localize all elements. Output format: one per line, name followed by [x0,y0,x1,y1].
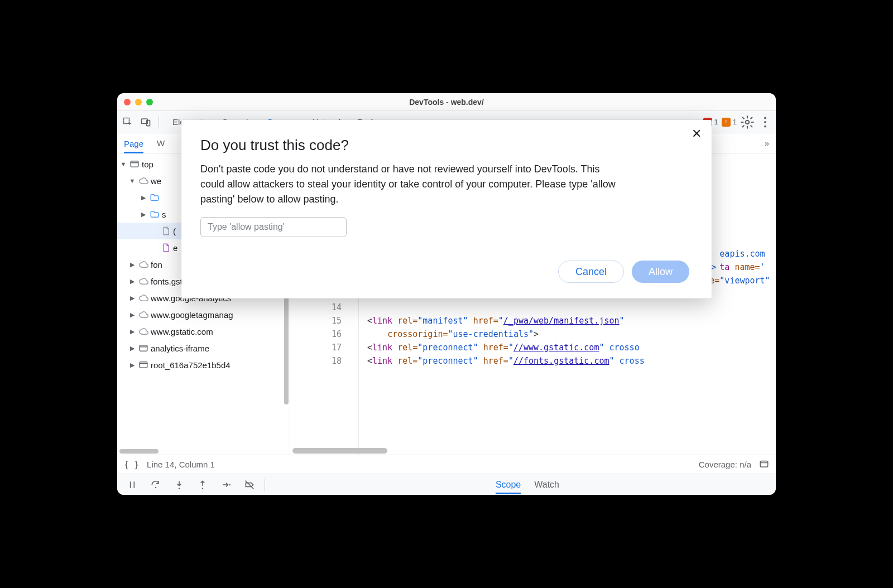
navigator-tab-workspace[interactable]: W [157,138,165,148]
inspect-element-icon[interactable] [121,115,135,129]
disclosure-triangle-icon[interactable]: ▼ [128,177,136,184]
trust-code-dialog: ✕ Do you trust this code? Don't paste co… [181,120,712,298]
disclosure-triangle-icon[interactable]: ▶ [128,278,136,285]
disclosure-triangle-icon[interactable]: ▼ [119,161,127,167]
tree-label: fon [151,260,162,269]
sidebar-horizontal-scrollbar[interactable] [119,449,159,454]
tree-label: www.googletagmanag [151,310,233,320]
code-line [352,301,776,314]
titlebar: DevTools - web.dev/ [117,93,776,111]
svg-rect-8 [140,345,147,351]
cancel-button[interactable]: Cancel [558,261,624,283]
cursor-position: Line 14, Column 1 [147,460,215,469]
tree-row[interactable]: ▶root_616a752e1b5d4 [117,356,290,373]
cloud-icon [138,293,148,303]
line-number: 14 [332,301,342,314]
settings-icon[interactable] [740,115,755,129]
editor-horizontal-scrollbar[interactable] [292,448,387,454]
cloud-icon [138,259,148,269]
line-number: 15 [332,314,342,327]
svg-rect-0 [124,118,129,123]
editor-status-bar: { } Line 14, Column 1 Coverage: n/a [117,455,776,474]
tree-label: analytics-iframe [151,344,209,353]
cloud-icon [138,176,148,186]
close-icon[interactable]: ✕ [692,128,702,140]
pause-button[interactable] [122,476,143,493]
separator [265,479,265,491]
line-number: 18 [332,354,342,368]
cloud-icon [138,326,148,336]
svg-point-13 [202,488,204,489]
scope-tabs: Scope Watch [496,480,771,490]
svg-rect-10 [760,461,768,467]
tab-watch[interactable]: Watch [534,480,559,490]
devtools-window: DevTools - web.dev/ Elements Console Sou… [117,93,776,495]
disclosure-triangle-icon[interactable]: ▶ [128,345,136,352]
cloud-icon [138,276,148,286]
window-icon [138,343,148,353]
tree-label: ( [173,226,176,236]
doc-purple-icon [161,243,171,253]
svg-point-11 [155,486,157,488]
error-count: 1 [714,118,718,126]
svg-rect-7 [131,161,138,167]
disclosure-triangle-icon[interactable]: ▶ [128,295,136,302]
navigator-overflow-icon[interactable]: » [765,138,769,148]
code-line: <link rel="preconnect" href="//www.gstat… [352,341,776,354]
coverage-indicator: Coverage: n/a [699,460,751,469]
tree-row[interactable]: ▶www.gstatic.com [117,323,290,340]
step-into-button[interactable] [169,476,190,493]
tree-row[interactable]: ▶analytics-iframe [117,340,290,356]
allow-pasting-input[interactable] [200,217,347,237]
folder-blue-icon [150,192,160,203]
svg-point-12 [179,488,180,489]
separator [159,116,159,128]
window-icon [138,360,148,370]
code-line: <link rel="manifest" href="/_pwa/web/man… [352,314,776,327]
tree-label: s [162,210,166,219]
tree-label: we [151,176,161,186]
doc-icon [161,226,171,236]
line-number: 17 [332,341,342,354]
window-title: DevTools - web.dev/ [117,98,776,107]
disclosure-triangle-icon[interactable]: ▶ [128,261,136,268]
svg-point-4 [764,117,766,119]
disclosure-triangle-icon[interactable]: ▶ [140,211,147,218]
dialog-title: Do you trust this code? [200,137,689,154]
allow-button[interactable]: Allow [632,261,689,283]
disclosure-triangle-icon[interactable]: ▶ [128,362,136,369]
code-line: <link rel="preconnect" href="//fonts.gst… [352,354,776,368]
debugger-toolbar: Scope Watch [117,474,776,495]
dialog-body: Don't paste code you do not understand o… [200,162,625,207]
line-number: 16 [332,327,342,341]
sidebar-toggle-icon[interactable] [759,459,769,470]
step-button[interactable] [215,476,237,493]
svg-rect-9 [140,362,147,368]
step-out-button[interactable] [192,476,213,493]
tab-scope[interactable]: Scope [496,480,521,494]
disclosure-triangle-icon[interactable]: ▶ [128,328,136,335]
device-toolbar-icon[interactable] [138,115,153,129]
deactivate-breakpoints-button[interactable] [239,476,260,493]
tree-label: e [173,243,177,253]
tree-label: root_616a752e1b5d4 [151,360,231,370]
pretty-print-icon[interactable]: { } [124,460,139,470]
warning-badge[interactable]: ! 1 [722,118,737,127]
svg-point-3 [746,120,750,124]
cloud-icon [138,310,148,320]
tree-row[interactable]: ▶www.googletagmanag [117,306,290,323]
warning-icon: ! [722,118,731,127]
tree-label: top [142,160,153,169]
disclosure-triangle-icon[interactable]: ▶ [140,194,147,201]
disclosure-triangle-icon[interactable]: ▶ [128,311,136,319]
navigator-tab-page[interactable]: Page [124,139,143,153]
code-line: crossorigin="use-credentials"> [352,327,776,341]
warning-count: 1 [733,118,737,126]
more-menu-icon[interactable] [758,115,772,129]
tree-label: www.gstatic.com [151,327,213,336]
folder-blue-icon [150,209,160,219]
svg-point-14 [229,484,231,485]
window-icon [129,159,140,169]
step-over-button[interactable] [145,476,166,493]
svg-point-6 [764,125,766,127]
